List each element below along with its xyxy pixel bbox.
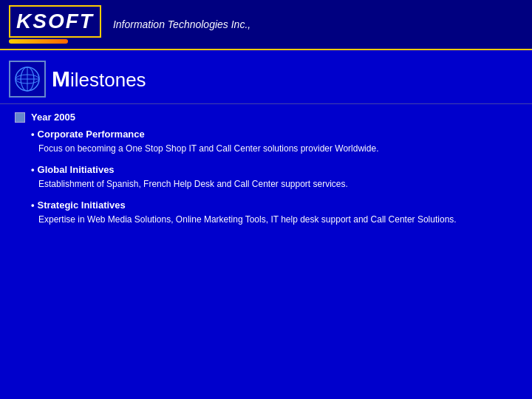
milestones-title-m: M — [52, 66, 70, 91]
logo-underline — [9, 39, 68, 44]
year-icon — [15, 112, 25, 123]
logo-text: KSOFT — [16, 10, 94, 33]
logo-soft: SOFT — [33, 10, 94, 33]
content: Year 2005 •Corporate Performance Focus o… — [0, 104, 532, 242]
bullet-body-corporate: Focus on becoming a One Stop Shop IT and… — [38, 142, 517, 155]
bullet-dot-3: • — [31, 200, 35, 211]
tagline: Information Technologies Inc., — [113, 18, 250, 30]
bullet-title-corporate: •Corporate Performance — [31, 129, 517, 140]
bullet-dot-1: • — [31, 129, 35, 140]
bullet-title-global: •Global Initiatives — [31, 164, 517, 175]
bullet-body-global: Establishment of Spanish, French Help De… — [38, 177, 517, 191]
logo-k: K — [16, 10, 33, 33]
header: KSOFT Information Technologies Inc., — [0, 0, 532, 50]
bullet-body-strategic: Expertise in Web Media Solutions, Online… — [38, 213, 517, 226]
logo-box: KSOFT — [9, 5, 101, 38]
bullet-title-strategic: •Strategic Initiatives — [31, 200, 517, 211]
year-header: Year 2005 — [15, 112, 517, 123]
bullet-item-strategic: •Strategic Initiatives Expertise in Web … — [31, 200, 517, 226]
year-label: Year 2005 — [31, 112, 75, 123]
bullet-item-corporate: •Corporate Performance Focus on becoming… — [31, 129, 517, 155]
year-section: Year 2005 •Corporate Performance Focus o… — [15, 112, 517, 226]
milestones-header: Milestones — [0, 50, 532, 104]
bullet-item-global: •Global Initiatives Establishment of Spa… — [31, 164, 517, 191]
milestones-title: Milestones — [52, 66, 146, 92]
bullet-dot-2: • — [31, 164, 35, 175]
milestones-title-rest: ilestones — [70, 69, 146, 91]
globe-icon — [9, 61, 46, 98]
globe-svg — [13, 65, 41, 93]
logo-container: KSOFT — [9, 5, 101, 44]
